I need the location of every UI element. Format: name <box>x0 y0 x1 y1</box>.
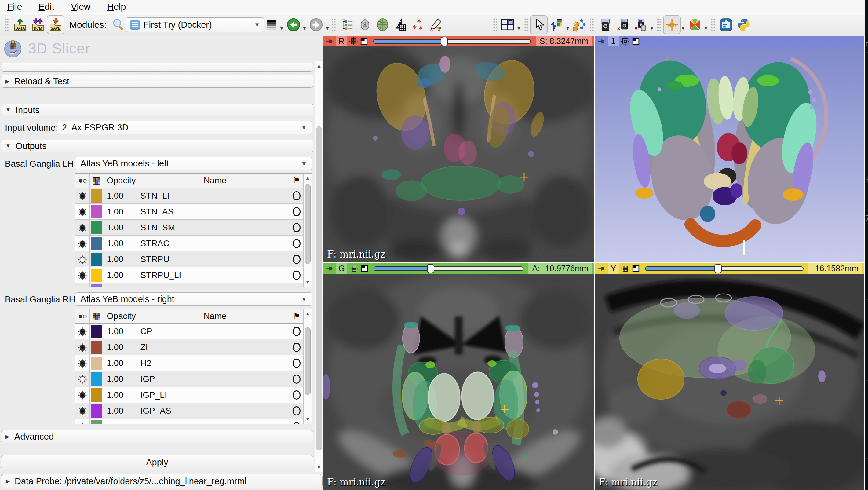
chevron-down-icon[interactable]: ▼ <box>325 26 330 31</box>
chevron-down-icon[interactable]: ▼ <box>650 26 654 31</box>
color-column-header[interactable] <box>90 309 103 324</box>
transforms-button[interactable] <box>392 15 409 34</box>
menu-view[interactable]: View <box>71 2 90 12</box>
color-swatch[interactable] <box>90 267 103 283</box>
model-row-CP[interactable]: 1.00CP <box>75 324 303 339</box>
color-swatch[interactable] <box>90 339 103 355</box>
toolbar-drag-handle[interactable] <box>493 18 497 31</box>
color-swatch[interactable] <box>90 419 103 424</box>
table-scrollbar[interactable]: ▲▼ <box>303 309 312 424</box>
model-row-IGP_AS[interactable]: 1.00IGP_AS <box>75 403 303 419</box>
opacity-value[interactable]: 1.00 <box>103 204 136 220</box>
fiducials-button[interactable] <box>409 15 427 34</box>
slice-offset-slider[interactable] <box>645 266 804 271</box>
opacity-value[interactable]: 1.00 <box>103 188 136 204</box>
slice-link-icon[interactable] <box>621 265 629 273</box>
flag-radio[interactable] <box>290 339 303 355</box>
flag-radio[interactable] <box>290 419 303 424</box>
scroll-down-arrow[interactable]: ▼ <box>304 278 312 287</box>
section-advanced[interactable]: ▶ Advanced <box>1 430 313 443</box>
red-slice-view[interactable]: F: mri.nii.gz <box>323 47 594 262</box>
slice-offset-slider[interactable] <box>373 39 531 44</box>
name-column-header[interactable]: Name <box>136 309 290 324</box>
opacity-value[interactable]: 1.00 <box>103 220 136 236</box>
opacity-column-header[interactable]: Opacity <box>103 309 136 324</box>
module-selector-combobox[interactable]: First Try (Docker) ▼ <box>126 18 264 32</box>
threed-view[interactable] <box>595 47 864 262</box>
scroll-down-arrow[interactable]: ▼ <box>304 415 312 424</box>
chevron-down-icon[interactable]: ▼ <box>279 26 284 31</box>
visibility-toggle[interactable] <box>75 188 90 204</box>
opacity-value[interactable]: 1.00 <box>103 371 136 387</box>
visibility-toggle[interactable] <box>75 355 90 371</box>
flag-radio[interactable] <box>290 188 303 204</box>
module-forward-button[interactable] <box>307 15 325 34</box>
model-row-H2[interactable]: 1.00H2 <box>75 355 303 371</box>
section-inputs[interactable]: ▼ Inputs <box>1 103 313 116</box>
load-data-button[interactable]: DATA <box>11 15 29 34</box>
visibility-toggle[interactable] <box>75 251 90 267</box>
model-row-ZI[interactable]: 1.00ZI <box>75 339 303 355</box>
opacity-value[interactable]: 1.00 <box>103 283 136 287</box>
visibility-toggle[interactable] <box>75 371 90 387</box>
chevron-down-icon[interactable]: ▼ <box>565 26 570 31</box>
scroll-up-arrow[interactable]: ▲ <box>304 174 312 183</box>
visibility-toggle[interactable] <box>75 267 90 283</box>
opacity-value[interactable]: 1.00 <box>103 403 136 419</box>
visibility-toggle[interactable] <box>75 204 90 220</box>
section-outputs[interactable]: ▼ Outputs <box>1 140 313 152</box>
opacity-value[interactable]: 1.00 <box>103 324 136 339</box>
save-button[interactable]: SAVE <box>47 15 64 34</box>
model-row-STRAC[interactable]: 1.00STRAC <box>75 236 303 251</box>
slice-orientation-badge[interactable]: G <box>336 263 347 274</box>
color-swatch[interactable] <box>90 236 103 251</box>
yellow-slice-view[interactable]: F: mri.nii.gz <box>595 274 864 490</box>
maximize-view-icon[interactable] <box>360 37 368 45</box>
module-search-button[interactable] <box>111 15 126 34</box>
model-row-STN_SM[interactable]: 1.00STN_SM <box>75 220 303 236</box>
visibility-toggle[interactable] <box>75 339 90 355</box>
mouse-interaction-button[interactable] <box>530 15 548 34</box>
color-swatch[interactable] <box>90 371 103 387</box>
crosshair-button[interactable] <box>663 15 681 34</box>
toolbar-drag-handle[interactable] <box>657 18 661 31</box>
slice-link-icon[interactable] <box>349 37 358 45</box>
pin-icon[interactable] <box>597 37 605 45</box>
flag-radio[interactable] <box>290 204 303 220</box>
visibility-toggle[interactable] <box>75 283 90 287</box>
visibility-column-header[interactable] <box>75 174 90 188</box>
flag-radio[interactable] <box>290 283 303 287</box>
model-row-IGP[interactable]: 1.00IGP <box>75 371 303 387</box>
model-row-STRPU_LI[interactable]: 1.00STRPU_LI <box>75 267 303 283</box>
flag-column-header[interactable]: ⚑ <box>290 174 303 188</box>
pin-icon[interactable] <box>325 265 334 273</box>
flag-radio[interactable] <box>290 251 303 267</box>
pin-icon[interactable] <box>325 37 334 45</box>
section-reload-and-test[interactable]: ▶ Reload & Test <box>1 75 313 88</box>
slider-handle[interactable] <box>427 264 434 273</box>
slice-intersections-button[interactable] <box>686 15 704 34</box>
screenshot-button[interactable] <box>596 15 614 34</box>
opacity-value[interactable]: 1.00 <box>103 355 136 371</box>
model-row-STN_AS[interactable]: 1.00STN_AS <box>75 204 303 220</box>
green-slice-view[interactable]: F: mri.nii.gz <box>323 274 594 490</box>
module-hierarchy-button[interactable] <box>338 15 356 34</box>
view-number-badge[interactable]: 1 <box>608 36 619 47</box>
chevron-down-icon[interactable]: ▼ <box>704 26 708 31</box>
menu-help[interactable]: Help <box>107 2 126 12</box>
visibility-toggle[interactable] <box>75 387 90 403</box>
extensions-manager-button[interactable] <box>717 15 735 34</box>
flag-radio[interactable] <box>290 267 303 283</box>
adjust-window-level-button[interactable] <box>548 15 565 34</box>
color-column-header[interactable] <box>90 174 103 188</box>
maximize-view-icon[interactable] <box>361 265 369 273</box>
crosshair-box-icon[interactable] <box>621 37 629 45</box>
model-row-STN_LI[interactable]: 1.00STN_LI <box>75 188 303 204</box>
scroll-up-arrow[interactable]: ▲ <box>315 61 323 71</box>
slice-orientation-badge[interactable]: R <box>336 36 347 47</box>
flag-radio[interactable] <box>290 371 303 387</box>
color-swatch[interactable] <box>90 220 103 236</box>
flag-column-header[interactable]: ⚑ <box>290 309 303 324</box>
apply-button[interactable]: Apply <box>1 455 313 469</box>
opacity-value[interactable]: 1.00 <box>103 339 136 355</box>
